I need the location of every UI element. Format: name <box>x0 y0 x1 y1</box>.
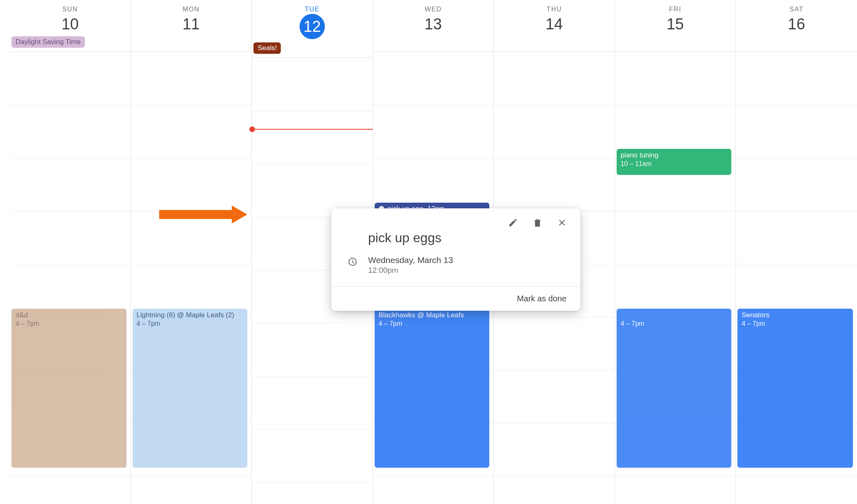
event-title: d&d <box>16 311 122 320</box>
time-grid[interactable]: Senators 4 – 7pm <box>736 52 857 504</box>
day-header-wed[interactable]: WED 13 <box>373 0 494 33</box>
dow-label: TUE <box>252 6 373 13</box>
dow-label: MON <box>131 6 252 13</box>
day-number[interactable]: 16 <box>736 15 857 33</box>
day-number[interactable]: 14 <box>494 15 615 33</box>
event-title: Senators <box>742 311 849 320</box>
event-time: 4 – 7pm <box>379 320 486 328</box>
day-header-fri[interactable]: FRI 15 <box>615 0 736 33</box>
event-piano-tuning[interactable]: piano tuning 10 – 11am <box>617 149 732 175</box>
popover-time: 12:00pm <box>368 266 453 275</box>
pencil-icon <box>508 218 518 228</box>
event-time: 4 – 7pm <box>137 320 244 328</box>
allday-row[interactable] <box>373 35 494 52</box>
event-time: 4 – 7pm <box>621 320 728 328</box>
close-button[interactable] <box>556 217 568 229</box>
event-title: piano tuning <box>621 151 728 160</box>
day-number[interactable]: 15 <box>615 15 736 33</box>
popover-toolbar <box>331 208 580 230</box>
day-number[interactable]: 10 <box>10 15 131 33</box>
time-grid[interactable]: piano tuning 10 – 11am 4 – 7pm <box>615 52 736 504</box>
day-column-mon[interactable]: MON 11 Lightning (6) @ Maple Leafs (2) 4… <box>131 0 252 504</box>
trash-icon <box>533 218 542 228</box>
event-time: 10 – 11am <box>621 160 728 168</box>
event-lightning[interactable]: Lightning (6) @ Maple Leafs (2) 4 – 7pm <box>133 309 248 468</box>
today-indicator[interactable]: 12 <box>300 14 325 39</box>
popover-footer: Mark as done <box>331 286 580 311</box>
allday-row[interactable] <box>736 35 857 52</box>
allday-row[interactable] <box>615 35 736 52</box>
event-fri-pm[interactable]: 4 – 7pm <box>617 309 732 468</box>
event-title: Blackhawks @ Maple Leafs <box>379 311 486 320</box>
mark-as-done-button[interactable]: Mark as done <box>517 294 566 303</box>
clock-icon <box>348 255 357 268</box>
event-blackhawks[interactable]: Blackhawks @ Maple Leafs 4 – 7pm <box>375 309 490 468</box>
day-column-sun[interactable]: SUN 10 Daylight Saving Time d&d 4 – 7pm <box>10 0 131 504</box>
day-column-fri[interactable]: FRI 15 piano tuning 10 – 11am 4 – 7pm <box>615 0 736 504</box>
day-number: 12 <box>304 18 321 35</box>
popover-title: pick up eggs <box>368 230 564 245</box>
dow-label: FRI <box>615 6 736 13</box>
allday-row[interactable]: Seals! <box>252 42 373 58</box>
day-number[interactable]: 13 <box>373 15 494 33</box>
edit-button[interactable] <box>507 217 519 229</box>
allday-event-seals[interactable]: Seals! <box>253 42 281 54</box>
day-header-thu[interactable]: THU 14 <box>494 0 615 33</box>
event-senators[interactable]: Senators 4 – 7pm <box>737 309 853 468</box>
allday-row[interactable] <box>131 35 252 52</box>
allday-row[interactable] <box>494 35 615 52</box>
delete-button[interactable] <box>531 217 544 229</box>
allday-row[interactable]: Daylight Saving Time <box>10 35 131 52</box>
day-header-mon[interactable]: MON 11 <box>131 0 252 33</box>
event-time: 4 – 7pm <box>16 320 122 328</box>
day-number[interactable]: 11 <box>131 15 252 33</box>
dow-label: WED <box>373 6 494 13</box>
allday-event-dst[interactable]: Daylight Saving Time <box>11 36 85 48</box>
day-header-sat[interactable]: SAT 16 <box>736 0 857 33</box>
popover-date: Wednesday, March 13 <box>368 255 453 265</box>
dow-label: SUN <box>10 6 131 13</box>
event-title <box>621 311 728 320</box>
time-grid[interactable]: Lightning (6) @ Maple Leafs (2) 4 – 7pm <box>131 52 252 504</box>
dow-label: SAT <box>736 6 857 13</box>
event-dnd[interactable]: d&d 4 – 7pm <box>11 309 127 468</box>
time-gutter <box>0 0 10 504</box>
event-popover: pick up eggs Wednesday, March 13 12:00pm… <box>331 208 580 311</box>
day-header-tue[interactable]: TUE 12 <box>252 0 373 39</box>
popover-body: pick up eggs Wednesday, March 13 12:00pm <box>331 230 580 286</box>
event-title: Lightning (6) @ Maple Leafs (2) <box>137 311 244 320</box>
dow-label: THU <box>494 6 615 13</box>
day-header-sun[interactable]: SUN 10 <box>10 0 131 33</box>
day-column-sat[interactable]: SAT 16 Senators 4 – 7pm <box>736 0 857 504</box>
event-time: 4 – 7pm <box>742 320 849 328</box>
close-icon <box>557 218 567 228</box>
time-grid[interactable]: d&d 4 – 7pm <box>10 52 131 504</box>
